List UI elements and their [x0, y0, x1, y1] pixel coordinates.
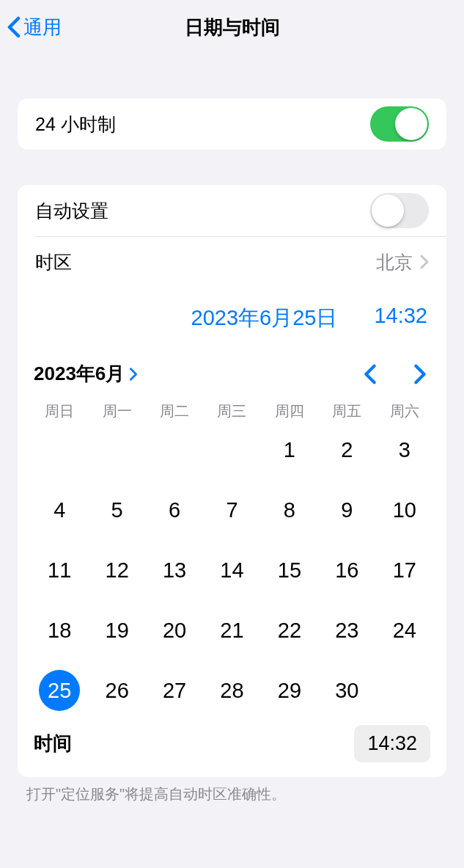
- day-cell[interactable]: 15: [261, 549, 318, 591]
- weekday-label: 周日: [31, 401, 88, 421]
- weekday-label: 周五: [318, 401, 375, 421]
- month-year-label: 2023年6月: [34, 361, 125, 387]
- calendar-header: 2023年6月: [18, 343, 446, 397]
- day-cell[interactable]: 28: [203, 669, 260, 712]
- weekday-row: 周日周一周二周三周四周五周六: [18, 397, 446, 424]
- day-cell[interactable]: 12: [88, 549, 145, 591]
- month-year-button[interactable]: 2023年6月: [34, 361, 138, 387]
- row-auto-set: 自动设置: [18, 185, 446, 236]
- selected-date-display[interactable]: 2023年6月25日: [191, 304, 338, 333]
- chevron-left-icon: [7, 16, 21, 38]
- chevron-left-icon: [364, 364, 377, 384]
- day-cell[interactable]: 5: [88, 489, 145, 531]
- chevron-right-icon: [413, 364, 427, 384]
- weekday-label: 周二: [146, 401, 203, 421]
- day-cell[interactable]: 27: [146, 669, 203, 712]
- day-cell[interactable]: 18: [31, 609, 88, 652]
- page-title: 日期与时间: [185, 15, 280, 40]
- day-cell[interactable]: 30: [318, 669, 375, 712]
- day-cell[interactable]: 1: [261, 428, 318, 471]
- time-picker-button[interactable]: 14:32: [354, 725, 430, 762]
- footer-note: 打开"定位服务"将提高自动时区准确性。: [0, 777, 464, 812]
- chevron-right-icon: [420, 255, 429, 269]
- label-24hour: 24 小时制: [35, 112, 116, 136]
- time-row: 时间 14:32: [18, 722, 446, 777]
- day-empty: [146, 428, 203, 471]
- day-empty: [88, 428, 145, 471]
- day-cell[interactable]: 25: [31, 669, 88, 712]
- day-cell[interactable]: 6: [146, 489, 203, 531]
- day-cell[interactable]: 9: [318, 489, 375, 531]
- days-grid: 1234567891011121314151617181920212223242…: [18, 424, 446, 722]
- day-cell[interactable]: 3: [376, 428, 433, 471]
- label-timezone: 时区: [35, 250, 72, 274]
- label-auto-set: 自动设置: [35, 199, 108, 223]
- day-cell[interactable]: 19: [88, 609, 145, 652]
- back-label: 通用: [23, 15, 62, 40]
- day-cell[interactable]: 11: [31, 549, 88, 591]
- day-empty: [203, 428, 260, 471]
- prev-month-button[interactable]: [360, 364, 380, 384]
- day-cell[interactable]: 21: [203, 609, 260, 652]
- day-cell[interactable]: 24: [376, 609, 433, 652]
- day-cell[interactable]: 7: [203, 489, 260, 531]
- weekday-label: 周六: [376, 401, 433, 421]
- day-cell[interactable]: 23: [318, 609, 375, 652]
- selected-date-time-row: 2023年6月25日 14:32: [18, 288, 446, 343]
- day-cell[interactable]: 2: [318, 428, 375, 471]
- section-datetime: 自动设置 时区 北京 2023年6月25日 14:32 2023年6月 周日周一…: [18, 185, 446, 777]
- day-cell[interactable]: 4: [31, 489, 88, 531]
- switch-auto-set[interactable]: [370, 193, 429, 228]
- section-24hour: 24 小时制: [18, 98, 446, 150]
- day-cell[interactable]: 29: [261, 669, 318, 712]
- chevron-right-icon: [129, 368, 138, 381]
- day-cell[interactable]: 17: [376, 549, 433, 591]
- day-cell[interactable]: 22: [261, 609, 318, 652]
- day-cell[interactable]: 8: [261, 489, 318, 531]
- selected-time-display[interactable]: 14:32: [374, 304, 427, 333]
- day-cell[interactable]: 10: [376, 489, 433, 531]
- day-cell[interactable]: 26: [88, 669, 145, 712]
- day-cell[interactable]: 13: [146, 549, 203, 591]
- weekday-label: 周四: [261, 401, 318, 421]
- day-cell[interactable]: 16: [318, 549, 375, 591]
- weekday-label: 周三: [203, 401, 260, 421]
- weekday-label: 周一: [88, 401, 145, 421]
- day-cell[interactable]: 14: [203, 549, 260, 591]
- value-timezone: 北京: [376, 250, 413, 274]
- day-empty: [31, 428, 88, 471]
- row-24hour: 24 小时制: [18, 98, 446, 150]
- day-cell[interactable]: 20: [146, 609, 203, 652]
- next-month-button[interactable]: [410, 364, 430, 384]
- row-timezone[interactable]: 时区 北京: [18, 236, 446, 288]
- time-label: 时间: [34, 731, 72, 756]
- switch-24hour[interactable]: [370, 106, 429, 142]
- back-button[interactable]: 通用: [0, 15, 62, 40]
